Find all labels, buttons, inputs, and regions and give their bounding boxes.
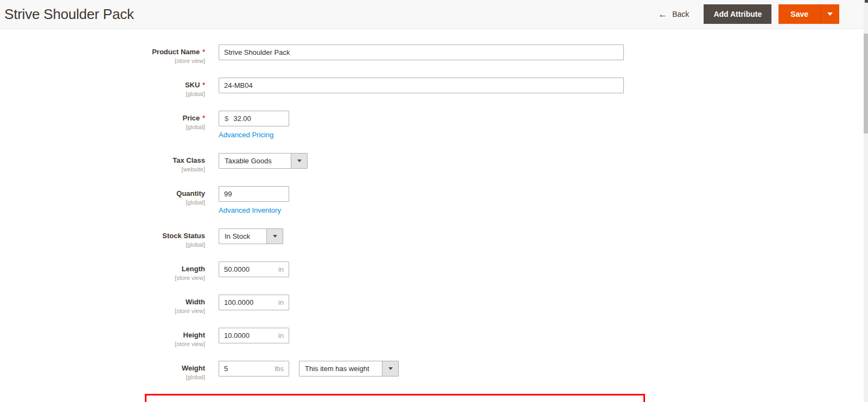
back-label: Back — [672, 10, 689, 18]
height-input[interactable] — [219, 328, 278, 343]
height-label: Height — [183, 331, 205, 339]
scrollbar-thumb[interactable] — [864, 34, 868, 133]
field-row-width: Width [store view] in — [0, 295, 868, 314]
width-unit-suffix: in — [278, 298, 289, 307]
stock-status-selected-value: In Stock — [219, 229, 266, 244]
field-row-length: Length [store view] in — [0, 261, 868, 281]
advanced-pricing-link[interactable]: Advanced Pricing — [219, 131, 273, 139]
currency-prefix: $ — [219, 114, 228, 123]
page-header: Strive Shoulder Pack ← Back Add Attribut… — [0, 0, 868, 29]
tax-class-scope: [website] — [182, 166, 205, 173]
header-actions: ← Back Add Attribute Save — [658, 4, 839, 24]
field-row-tax-class: Tax Class [website] Taxable Goods — [0, 153, 868, 173]
product-form: Product Name * [store view] SKU * [globa… — [0, 29, 868, 402]
price-label: Price — [183, 114, 200, 122]
product-name-scope: [store view] — [175, 58, 205, 64]
back-arrow-icon: ← — [658, 10, 667, 19]
height-scope: [store view] — [175, 341, 205, 347]
field-row-sku: SKU * [global] — [0, 78, 868, 97]
stock-status-select[interactable]: In Stock — [219, 228, 283, 244]
red-annotation-box: Volumn Weight [store view] — [145, 394, 645, 402]
field-row-weight: Weight [global] lbs This item has weight — [0, 361, 868, 380]
chevron-down-icon — [827, 12, 833, 16]
price-input-box: $ — [219, 111, 289, 126]
quantity-input[interactable] — [219, 187, 289, 201]
add-attribute-button[interactable]: Add Attribute — [704, 4, 771, 24]
has-weight-selected-value: This item has weight — [299, 361, 382, 376]
length-input[interactable] — [219, 262, 278, 277]
field-row-height: Height [store view] in — [0, 328, 868, 347]
quantity-scope: [global] — [186, 199, 205, 206]
quantity-label: Quantity — [176, 189, 205, 197]
weight-input-box: lbs — [219, 361, 289, 377]
required-asterisk: * — [202, 81, 205, 89]
tax-class-label: Tax Class — [173, 156, 205, 164]
length-input-box: in — [219, 261, 289, 277]
weight-input[interactable] — [219, 361, 275, 376]
save-dropdown-toggle[interactable] — [820, 4, 839, 24]
length-label: Length — [182, 265, 205, 273]
product-name-input[interactable] — [219, 45, 623, 60]
price-input[interactable] — [228, 111, 289, 126]
has-weight-select[interactable]: This item has weight — [299, 361, 399, 377]
width-scope: [store view] — [175, 308, 205, 314]
height-unit-suffix: in — [278, 331, 289, 340]
width-label: Width — [186, 298, 205, 306]
stock-status-scope: [global] — [186, 241, 205, 248]
scrollbar-top-artifact — [865, 0, 868, 3]
weight-label: Weight — [182, 364, 205, 372]
advanced-inventory-link[interactable]: Advanced Inventory — [219, 206, 281, 215]
save-split-button: Save — [778, 4, 839, 24]
field-row-product-name: Product Name * [store view] — [0, 44, 868, 64]
tax-class-dropdown-button — [291, 154, 307, 168]
has-weight-dropdown-button — [382, 361, 398, 376]
weight-unit-suffix: lbs — [275, 365, 289, 373]
vertical-scrollbar[interactable] — [864, 0, 868, 402]
tax-class-selected-value: Taxable Goods — [219, 154, 291, 168]
sku-input-box — [219, 78, 624, 93]
product-name-input-box — [219, 44, 624, 60]
width-input-box: in — [219, 295, 289, 310]
sku-scope: [global] — [186, 91, 205, 97]
sku-input[interactable] — [219, 78, 623, 93]
length-unit-suffix: in — [278, 265, 289, 273]
stock-status-label: Stock Status — [162, 232, 205, 240]
stock-status-dropdown-button — [266, 229, 283, 244]
field-row-stock-status: Stock Status [global] In Stock — [0, 228, 868, 248]
height-input-box: in — [219, 328, 289, 343]
product-name-label: Product Name — [152, 48, 200, 56]
tax-class-select[interactable]: Taxable Goods — [219, 153, 308, 169]
page-title: Strive Shoulder Pack — [4, 6, 134, 23]
save-button[interactable]: Save — [778, 4, 820, 24]
field-row-price: Price * [global] $ Advanced Pricing — [0, 111, 868, 139]
sku-label: SKU — [185, 81, 200, 89]
chevron-down-icon — [273, 235, 277, 238]
weight-scope: [global] — [186, 374, 205, 380]
required-asterisk: * — [202, 48, 205, 56]
width-input[interactable] — [219, 295, 278, 310]
field-row-quantity: Quantity [global] Advanced Inventory — [0, 186, 868, 215]
required-asterisk: * — [202, 114, 205, 122]
chevron-down-icon — [297, 159, 302, 162]
price-scope: [global] — [186, 124, 205, 130]
quantity-input-box — [219, 186, 289, 202]
back-button[interactable]: ← Back — [658, 10, 689, 19]
chevron-down-icon — [388, 367, 393, 370]
length-scope: [store view] — [175, 275, 205, 281]
